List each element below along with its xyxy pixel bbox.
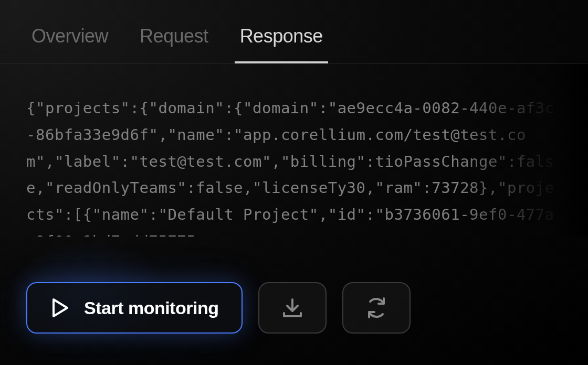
refresh-button[interactable]: [342, 282, 411, 334]
start-monitoring-label: Start monitoring: [84, 298, 218, 318]
start-monitoring-button[interactable]: Start monitoring: [26, 282, 243, 334]
tabs-bar: Overview Request Response: [0, 0, 588, 63]
response-body: {"projects":{"domain":{"domain":"ae9ecc4…: [0, 63, 588, 237]
actions-bar: Start monitoring: [26, 282, 411, 334]
tab-overview[interactable]: Overview: [32, 25, 108, 63]
download-icon: [281, 296, 304, 319]
tab-response[interactable]: Response: [240, 25, 323, 63]
play-icon: [50, 297, 69, 318]
refresh-icon: [365, 296, 388, 319]
tab-request[interactable]: Request: [140, 25, 208, 63]
download-button[interactable]: [258, 282, 327, 334]
